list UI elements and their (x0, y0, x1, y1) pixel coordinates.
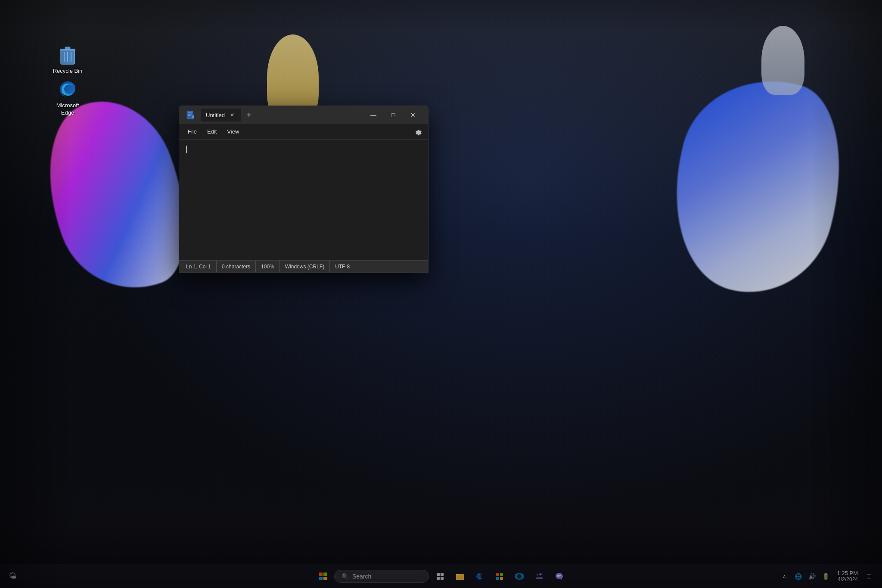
taskbar-app-store[interactable] (491, 568, 508, 585)
new-tab-button[interactable]: + (243, 109, 255, 121)
network-icon[interactable]: 🌐 (792, 570, 804, 582)
line-ending[interactable]: Windows (CRLF) (280, 261, 330, 272)
file-menu[interactable]: File (183, 127, 202, 137)
notepad-titlebar[interactable]: Untitled ✕ + — □ ✕ (179, 106, 428, 124)
desktop-icon-edge[interactable]: Microsoft Edge (48, 75, 87, 120)
system-tray: ∧ 🌐 🔊 🔋 (779, 570, 832, 582)
start-button[interactable] (314, 568, 332, 585)
zoom-level[interactable]: 100% (256, 261, 280, 272)
svg-rect-13 (441, 573, 444, 576)
desktop-icon-recycle-bin[interactable]: Recycle Bin (48, 41, 87, 78)
search-bar[interactable]: 🔍 Search (334, 570, 429, 583)
battery-icon[interactable]: 🔋 (820, 570, 832, 582)
svg-rect-2 (65, 47, 70, 49)
editor-area[interactable] (179, 140, 428, 260)
svg-rect-17 (456, 575, 464, 580)
weather-widget[interactable]: 🌤 (7, 570, 19, 582)
encoding[interactable]: UTF-8 (330, 261, 355, 272)
clock-date: 4/2/2024 (838, 576, 858, 582)
show-hidden-icons-button[interactable]: ∧ (779, 570, 791, 582)
edit-menu[interactable]: Edit (202, 127, 222, 137)
notepad-tab[interactable]: Untitled ✕ (201, 109, 241, 121)
recycle-bin-label: Recycle Bin (53, 68, 83, 75)
char-count[interactable]: 0 characters (217, 261, 256, 272)
desktop: Recycle Bin Microsoft Edge (0, 0, 882, 588)
taskbar-app-file-explorer[interactable] (451, 568, 469, 585)
svg-rect-21 (500, 577, 503, 580)
notification-icon[interactable]: □ (863, 570, 875, 582)
edge-icon (57, 79, 78, 100)
search-bar-text: Search (352, 573, 371, 580)
notepad-menubar: File Edit View (179, 124, 428, 140)
recycle-bin-icon (57, 44, 78, 65)
taskbar-app-task-view[interactable] (432, 568, 449, 585)
windows-logo-icon (319, 572, 327, 580)
taskbar-right: ∧ 🌐 🔊 🔋 1:25 PM 4/2/2024 □ (779, 569, 875, 583)
volume-icon[interactable]: 🔊 (806, 570, 818, 582)
tab-container: Untitled ✕ + (201, 109, 363, 121)
svg-rect-18 (496, 573, 499, 576)
notepad-window: Untitled ✕ + — □ ✕ File Edit View (179, 106, 429, 273)
minimize-button[interactable]: — (363, 108, 383, 122)
taskbar-left: 🌤 (7, 570, 19, 582)
svg-rect-15 (441, 577, 444, 580)
settings-button[interactable] (411, 125, 425, 139)
svg-rect-20 (496, 577, 499, 580)
text-cursor (186, 146, 187, 153)
room-background (0, 0, 882, 588)
taskbar-app-teams-chat[interactable] (550, 568, 568, 585)
close-button[interactable]: ✕ (403, 108, 423, 122)
search-icon: 🔍 (342, 573, 349, 580)
cursor-position[interactable]: Ln 1, Col 1 (186, 261, 217, 272)
system-clock[interactable]: 1:25 PM 4/2/2024 (834, 569, 861, 583)
window-controls: — □ ✕ (363, 108, 423, 122)
taskbar-app-teams[interactable] (531, 568, 548, 585)
svg-rect-14 (437, 577, 440, 580)
taskbar-app-dell[interactable] (511, 568, 528, 585)
clock-time: 1:25 PM (837, 570, 858, 576)
text-cursor-line (186, 145, 421, 153)
taskbar-app-edge[interactable] (471, 568, 488, 585)
tab-close-button[interactable]: ✕ (228, 111, 236, 119)
svg-rect-19 (500, 573, 503, 576)
taskbar: 🌤 🔍 Search (0, 564, 882, 588)
taskbar-center: 🔍 Search (314, 568, 568, 585)
view-menu[interactable]: View (222, 127, 244, 137)
maximize-button[interactable]: □ (383, 108, 403, 122)
svg-rect-12 (437, 573, 440, 576)
tab-title: Untitled (206, 112, 225, 118)
notepad-statusbar: Ln 1, Col 1 0 characters 100% Windows (C… (179, 260, 428, 272)
notepad-app-icon (184, 109, 196, 121)
edge-label: Microsoft Edge (52, 102, 84, 117)
